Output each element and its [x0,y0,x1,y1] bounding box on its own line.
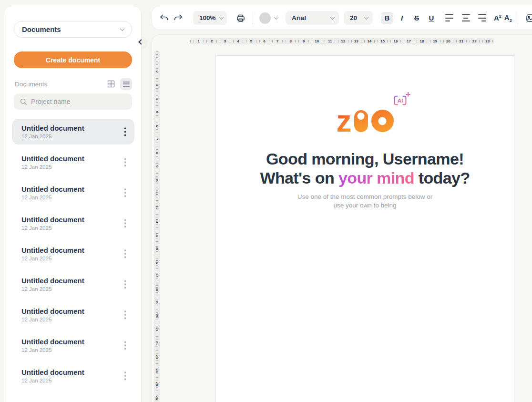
chevron-down-icon [364,15,369,20]
ruler-number: 7 [276,38,279,44]
ruler-number: 18 [155,286,160,292]
ruler-number: 22 [471,38,478,44]
ruler-number: 5 [249,38,253,44]
document-title: Untitled document [21,277,134,285]
grid-view-button[interactable] [105,78,117,90]
underline-button[interactable]: U [425,12,438,24]
undo-icon [159,13,169,23]
horizontal-ruler[interactable]: 1234567891011121314151617181920212223 [190,38,494,44]
document-menu-button[interactable] [123,186,128,199]
logo-letter-o [371,110,394,132]
ruler-number: 12 [155,204,160,210]
print-icon [236,13,246,23]
document-list-item[interactable]: Untitled document 12 Jan 2025 [12,302,134,328]
document-menu-button[interactable] [123,247,128,260]
superscript-button[interactable]: A2 [494,14,501,22]
workspace-selector[interactable]: Documents [14,21,132,38]
print-button[interactable] [235,12,247,24]
vertical-ruler[interactable]: 1234567891011121314151617181920212223242… [154,51,160,402]
document-list-item[interactable]: Untitled document 12 Jan 2025 [12,119,134,144]
document-menu-button[interactable] [123,125,128,138]
logo-block: z AI [216,110,514,132]
align-right-button[interactable] [475,12,486,24]
ruler-number: 3 [154,83,159,87]
ruler-number: 4 [154,97,159,101]
document-menu-button[interactable] [123,309,128,321]
document-list-item[interactable]: Untitled document 12 Jan 2025 [12,271,134,297]
greeting-highlight: your mind [338,169,414,187]
subscript-button[interactable]: A2 [504,13,512,23]
document-date: 12 Jan 2025 [21,317,134,322]
document-page[interactable]: z AI Good morning, Username! [215,55,514,402]
document-list-item[interactable]: Untitled document 12 Jan 2025 [12,210,134,236]
document-date: 12 Jan 2025 [21,378,134,383]
zoom-value: 100% [199,14,216,21]
document-date: 12 Jan 2025 [21,286,134,292]
document-menu-button[interactable] [123,156,128,168]
document-list-item[interactable]: Untitled document 12 Jan 2025 [12,149,134,175]
ruler-number: 18 [419,38,425,44]
undo-button[interactable] [158,12,170,24]
document-list-item[interactable]: Untitled document 12 Jan 2025 [12,363,134,389]
ruler-number: 24 [155,367,160,373]
greeting-line1: Good morning, Username! [266,150,464,168]
chevron-down-icon [219,15,224,20]
zoom-select[interactable]: 100% [193,11,227,25]
redo-button[interactable] [172,12,184,24]
toolbar-divider [253,12,253,24]
document-menu-button[interactable] [123,339,128,351]
ruler-number: 3 [223,38,227,44]
ruler-number: 13 [353,38,359,44]
list-view-icon [123,80,130,88]
document-title: Untitled document [21,307,134,315]
align-center-button[interactable] [460,12,471,24]
ruler-number: 25 [155,381,160,387]
redo-icon [174,13,183,23]
chevron-down-icon [330,15,335,20]
search-input[interactable] [31,98,117,105]
italic-button[interactable]: I [396,12,408,24]
insert-image-button[interactable] [524,12,532,24]
view-toggles [105,78,132,90]
font-size-value: 20 [350,14,357,21]
documents-list-header: Documents [15,78,132,90]
ruler-number: 16 [393,38,399,44]
document-menu-button[interactable] [123,217,128,229]
document-date: 12 Jan 2025 [21,134,134,139]
search-icon [20,98,27,105]
font-family-select[interactable]: Arial [286,11,339,25]
ruler-number: 22 [155,340,160,346]
ruler-number: 14 [366,38,372,44]
image-icon [525,13,532,23]
strikethrough-button[interactable]: S [410,12,423,24]
chevron-down-icon[interactable] [274,15,279,20]
ruler-number: 20 [445,38,451,44]
text-color-swatch[interactable] [259,12,271,24]
document-title: Untitled document [21,338,134,346]
documents-section-label: Documents [15,81,47,88]
ruler-number: 15 [155,245,160,251]
ruler-number: 10 [314,38,320,44]
ruler-number: 20 [155,313,160,319]
document-list-item[interactable]: Untitled document 12 Jan 2025 [12,180,134,206]
document-list-item[interactable]: Untitled document 12 Jan 2025 [12,241,134,267]
ruler-number: 15 [379,38,386,44]
greeting-subtitle: Use one of the most common prompts below… [216,193,514,209]
font-size-select[interactable]: 20 [344,11,373,25]
document-list-item[interactable]: Untitled document 12 Jan 2025 [12,332,134,358]
greeting-line2-suffix: today? [414,169,470,187]
document-menu-button[interactable] [123,278,128,290]
ruler-number: 13 [155,218,160,224]
ai-badge-icon: AI [392,92,411,109]
align-left-button[interactable] [445,12,457,24]
ruler-number: 1 [197,38,201,44]
ruler-number: 21 [155,327,160,333]
list-view-button[interactable] [120,78,132,90]
document-date: 12 Jan 2025 [21,195,134,200]
ruler-number: 17 [155,272,160,278]
document-menu-button[interactable] [123,370,128,382]
document-title: Untitled document [21,155,134,163]
create-document-button[interactable]: Create document [14,52,132,68]
bold-button[interactable]: B [381,12,393,24]
ruler-number: 9 [154,165,159,168]
